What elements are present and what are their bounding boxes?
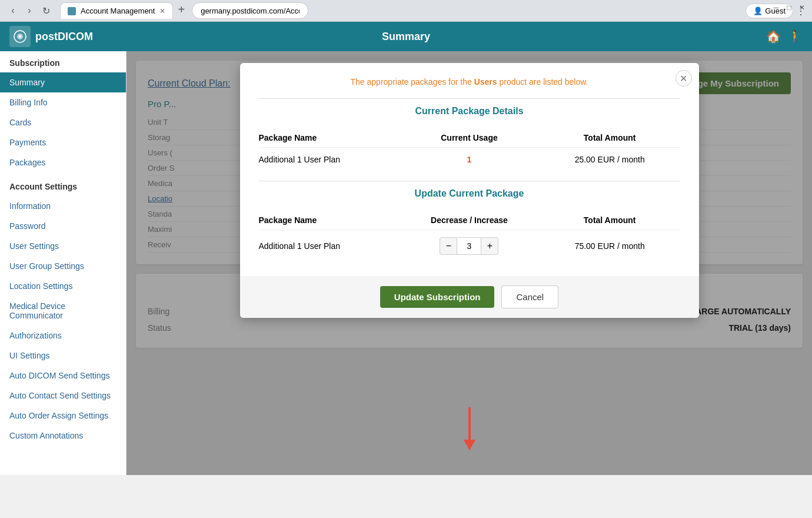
new-tab-button[interactable]: + <box>178 4 185 18</box>
close-window-button[interactable]: ✕ <box>798 4 806 12</box>
increase-button[interactable]: + <box>481 237 498 255</box>
back-button[interactable]: ‹ <box>6 4 20 18</box>
logout-icon[interactable]: 🚶 <box>788 29 803 44</box>
sidebar-item-payments[interactable]: Payments <box>0 132 126 152</box>
app-topnav: postDICOM Summary 🏠 🚶 <box>0 22 812 51</box>
app-page-title: Summary <box>382 31 430 43</box>
stepper-value: 3 <box>457 237 481 255</box>
sidebar-item-medical-device[interactable]: Medical Device Communicator <box>0 296 126 326</box>
sidebar-item-cards[interactable]: Cards <box>0 112 126 132</box>
logo-icon <box>9 26 31 47</box>
sidebar-item-custom-annotations[interactable]: Custom Annotations <box>0 426 126 446</box>
update-package-header: Package Name Decrease / Increase Total A… <box>259 211 680 230</box>
account-section-title: Account Settings <box>0 172 126 196</box>
modal-overlay: ✕ The appropriate packages for the Users… <box>127 51 812 475</box>
intro-product: Users <box>474 77 497 87</box>
update-col1: Package Name <box>259 215 400 225</box>
sidebar: Subscription Summary Billing Info Cards … <box>0 51 127 475</box>
current-package-usage: 1 <box>399 155 540 164</box>
tab-title: Account Management <box>81 6 155 15</box>
browser-tab[interactable]: Account Management ✕ <box>60 2 173 19</box>
sidebar-item-information[interactable]: Information <box>0 196 126 216</box>
sidebar-item-authorizations[interactable]: Authorizations <box>0 326 126 346</box>
logo-text: postDICOM <box>35 31 93 43</box>
update-subscription-button[interactable]: Update Subscription <box>380 286 495 308</box>
tab-favicon <box>68 7 76 15</box>
svg-point-2 <box>19 35 21 38</box>
sidebar-item-auto-order[interactable]: Auto Order Assign Settings <box>0 406 126 426</box>
subscription-section-title: Subscription <box>0 51 126 72</box>
sidebar-item-packages[interactable]: Packages <box>0 152 126 172</box>
current-col1: Package Name <box>259 133 400 142</box>
forward-button[interactable]: › <box>22 4 36 18</box>
current-package-amount: 25.00 EUR / month <box>540 155 680 164</box>
person-icon: 👤 <box>753 6 763 15</box>
current-package-row: Additional 1 User Plan 1 25.00 EUR / mon… <box>259 148 680 171</box>
tab-close-button[interactable]: ✕ <box>159 7 165 15</box>
modal-footer: Update Subscription Cancel <box>240 276 699 318</box>
sidebar-item-location-settings[interactable]: Location Settings <box>0 276 126 296</box>
sidebar-item-summary[interactable]: Summary <box>0 72 126 92</box>
app-logo: postDICOM <box>9 26 93 47</box>
update-package-amount: 75.00 EUR / month <box>540 241 680 251</box>
reload-button[interactable]: ↻ <box>39 4 53 18</box>
maximize-button[interactable]: □ <box>785 4 793 12</box>
quantity-stepper: − 3 + <box>399 237 540 255</box>
home-icon[interactable]: 🏠 <box>766 29 781 44</box>
close-icon: ✕ <box>680 73 687 84</box>
update-package-name: Additional 1 User Plan <box>259 241 400 251</box>
sidebar-item-ui-settings[interactable]: UI Settings <box>0 346 126 366</box>
address-bar[interactable] <box>192 2 308 19</box>
update-package-section-title: Update Current Package <box>259 181 680 204</box>
modal-body: The appropriate packages for the Users p… <box>240 63 699 262</box>
modal-intro: The appropriate packages for the Users p… <box>259 77 680 87</box>
page-content: Current Cloud Plan: Change My Subscripti… <box>127 51 812 475</box>
sidebar-item-user-group-settings[interactable]: User Group Settings <box>0 256 126 276</box>
subscription-modal: ✕ The appropriate packages for the Users… <box>240 63 699 318</box>
current-col3: Total Amount <box>540 133 680 142</box>
modal-close-button[interactable]: ✕ <box>675 70 692 87</box>
current-col2: Current Usage <box>399 133 540 142</box>
update-package-row: Additional 1 User Plan − 3 + 75.00 EUR /… <box>259 230 680 262</box>
minimize-button[interactable]: ─ <box>772 4 780 12</box>
current-package-header: Package Name Current Usage Total Amount <box>259 128 680 148</box>
current-package-section-title: Current Package Details <box>259 98 680 121</box>
sidebar-item-password[interactable]: Password <box>0 216 126 236</box>
intro-text-after: product are listed below. <box>497 77 588 87</box>
cancel-button[interactable]: Cancel <box>501 285 558 308</box>
intro-text-before: The appropriate packages for the <box>351 77 474 87</box>
decrease-button[interactable]: − <box>440 237 457 255</box>
sidebar-item-auto-contact[interactable]: Auto Contact Send Settings <box>0 386 126 406</box>
current-package-name: Additional 1 User Plan <box>259 155 400 164</box>
sidebar-item-user-settings[interactable]: User Settings <box>0 236 126 256</box>
sidebar-item-billing-info[interactable]: Billing Info <box>0 92 126 112</box>
sidebar-item-auto-dicom[interactable]: Auto DICOM Send Settings <box>0 366 126 386</box>
update-col2: Decrease / Increase <box>399 215 540 225</box>
topnav-icons: 🏠 🚶 <box>766 29 803 44</box>
update-col3: Total Amount <box>540 215 680 225</box>
